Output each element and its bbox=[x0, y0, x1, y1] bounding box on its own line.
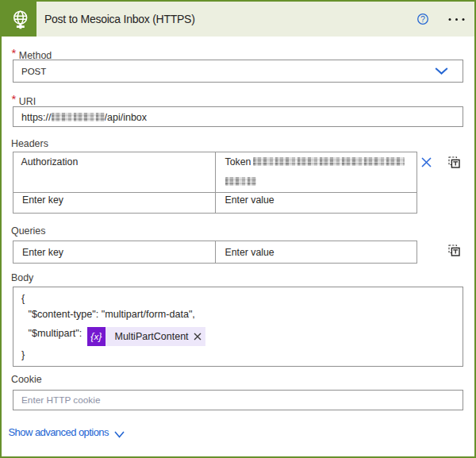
svg-text:?: ? bbox=[420, 14, 425, 24]
